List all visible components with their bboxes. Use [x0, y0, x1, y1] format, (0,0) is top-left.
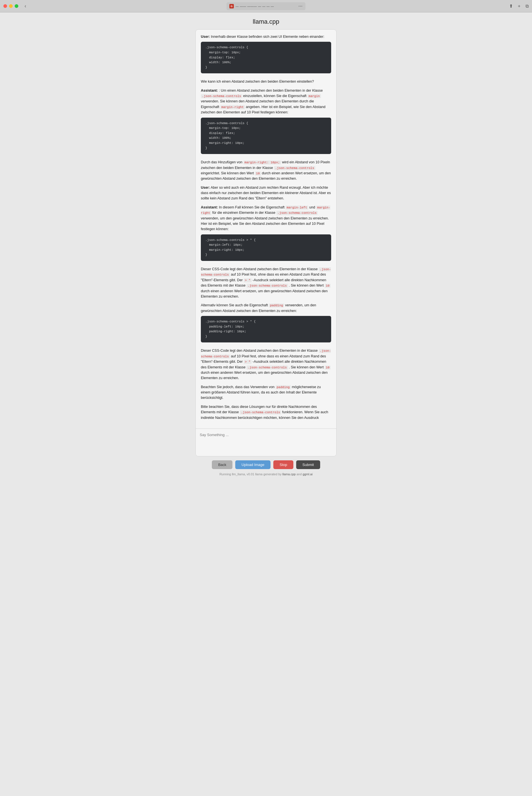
- message-text: : Um einen Abstand zwischen den beiden E…: [219, 89, 323, 93]
- chat-messages: User: Innerhalb dieser Klasse befinden s…: [196, 30, 336, 429]
- inline-code-5: padding: [276, 385, 291, 389]
- message-continuation-1: Durch das Hinzufügen von margin-right: 1…: [201, 160, 331, 182]
- message-text-3: eingerichtet. Sie kön­nen den Wert: [201, 171, 255, 175]
- inline-code-3: 10: [255, 171, 261, 175]
- titlebar: ‹ G — —— ——— — — — — ··· ⬆ + ⧉: [0, 0, 532, 13]
- inline-code-4: 10: [325, 284, 330, 288]
- address-bar[interactable]: G — —— ——— — — — — ···: [227, 2, 305, 10]
- role-label: User:: [201, 186, 210, 190]
- submit-button[interactable]: Submit: [296, 460, 320, 469]
- message-text: Durch das Hinzufügen von: [201, 160, 243, 164]
- address-text: — —— ——— — — — —: [235, 4, 274, 8]
- chat-container: User: Innerhalb dieser Klasse befinden s…: [195, 29, 337, 456]
- new-tab-icon[interactable]: +: [518, 4, 520, 9]
- traffic-lights: [3, 4, 18, 8]
- message-user-2: User: Aber so wird auch ein Abstand zum …: [201, 185, 331, 202]
- inline-code: margin-right: 10px;: [243, 160, 281, 165]
- back-button[interactable]: Back: [212, 460, 232, 469]
- upload-image-button[interactable]: Upload Image: [235, 460, 270, 469]
- inline-code-2: > *: [244, 279, 252, 282]
- paragraph-1: Dieser CSS-Code legt den Abstand zwische…: [201, 348, 331, 381]
- footer-text: Running llm_llama, v0.01 llama generated…: [220, 472, 282, 476]
- footer-connector: and: [296, 472, 302, 476]
- message-text-3: für die einzelnen Elemente in der Klasse: [211, 211, 277, 215]
- paragraph-2: Alternativ können Sie auch die Eigenscha…: [201, 303, 331, 314]
- main-content: llama.cpp User: Innerhalb dieser Klasse …: [0, 13, 532, 484]
- message-assistant-2: Assistant: In diesem Fall können Sie die…: [201, 205, 331, 263]
- inline-code-3: .json-schema-controls: [277, 211, 318, 215]
- favicon: G: [229, 4, 234, 8]
- message-text-2: einzustellen, können Sie die Eigenschaft: [242, 94, 307, 98]
- role-label: Assistant:: [201, 205, 218, 209]
- minimize-button[interactable]: [9, 4, 13, 8]
- maximize-button[interactable]: [15, 4, 18, 8]
- code-block-4: .json-schema-controls > * { padding-left…: [201, 316, 331, 342]
- browser-back-button[interactable]: ‹: [23, 2, 28, 10]
- message-text: Innerhalb dieser Klasse befinden sich zw…: [211, 35, 324, 39]
- inline-code-3: .json-schema-controls: [247, 365, 288, 369]
- message-text: In diesem Fall können Sie die Eigenschaf…: [219, 205, 285, 209]
- paragraph-1: Dieser CSS-Code legt den Abstand zwische…: [201, 267, 331, 299]
- message-user-1: User: Innerhalb dieser Klasse befinden s…: [201, 34, 331, 84]
- inline-code-4: 10: [325, 365, 330, 369]
- inline-code: .json-schema-controls: [201, 267, 331, 277]
- paragraph-2: Beachten Sie jedoch, dass das Verwenden …: [201, 384, 331, 401]
- code-block-2: .json-schema-controls { margin-top: 10px…: [201, 118, 331, 154]
- inline-code-2: .json-schema-controls: [274, 166, 315, 170]
- input-area: [196, 429, 336, 456]
- inline-code-2: margin: [307, 94, 321, 98]
- inline-code-5: padding: [269, 304, 284, 307]
- code-block-3: .json-schema-controls > * { margin-left:…: [201, 234, 331, 261]
- share-icon[interactable]: ⬆: [509, 3, 513, 9]
- inline-code-6: .json-schema-controls: [240, 411, 281, 414]
- message-text: Aber so wird auch ein Abstand zum rechte…: [201, 186, 331, 201]
- inline-code: .json-schema-controls: [201, 94, 242, 98]
- inline-code-2: > *: [244, 360, 252, 364]
- inline-code-3: margin-right: [220, 105, 245, 109]
- footer: Running llm_llama, v0.01 llama generated…: [220, 472, 312, 476]
- titlebar-actions: ⬆ + ⧉: [509, 3, 529, 9]
- close-button[interactable]: [3, 4, 7, 8]
- message-input[interactable]: [200, 432, 332, 452]
- stop-button[interactable]: Stop: [273, 460, 293, 469]
- message-explanation-2: Dieser CSS-Code legt den Abstand zwische…: [201, 348, 331, 421]
- inline-code: .json-schema-controls: [201, 349, 331, 358]
- code-block: .json-schema-controls { margin-top: 10px…: [201, 42, 331, 73]
- paragraph-3: Bitte beachten Sie, dass diese Lösungen …: [201, 404, 331, 421]
- message-text-2: und: [308, 205, 316, 209]
- role-label: User:: [201, 35, 210, 39]
- bottom-buttons: Back Upload Image Stop Submit: [212, 460, 320, 469]
- message-text-4: verwenden, um den ge­wünschten Abstand z…: [201, 216, 329, 231]
- role-label: Assistant:: [201, 89, 218, 93]
- more-options-icon[interactable]: ···: [299, 4, 303, 8]
- inline-code: margin-left: [285, 206, 308, 210]
- ggml-link[interactable]: ggml.ai: [303, 472, 312, 476]
- message-explanation-1: Dieser CSS-Code legt den Abstand zwische…: [201, 267, 331, 345]
- question-text: Wie kann ich einen Abstand zwischen den …: [201, 79, 314, 83]
- inline-code-3: .json-schema-controls: [247, 284, 288, 288]
- tabs-icon[interactable]: ⧉: [526, 4, 529, 9]
- llama-cpp-link[interactable]: llama.cpp: [282, 472, 296, 476]
- page-title: llama.cpp: [253, 18, 279, 25]
- message-assistant-1: Assistant: : Um einen Abstand zwischen d…: [201, 88, 331, 156]
